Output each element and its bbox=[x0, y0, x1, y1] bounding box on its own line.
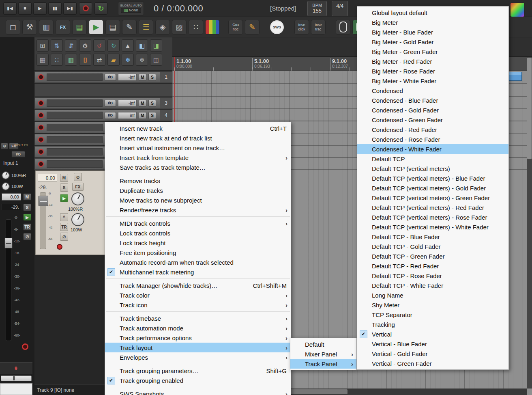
menu-item-default-tcp-vertical-meters-rose-fader[interactable]: Default TCP (vertical meters) - Rose Fad… bbox=[357, 212, 508, 222]
menu-item-condensed-white-fader[interactable]: Condensed - White Fader bbox=[357, 144, 508, 154]
menu-item-lock-track-controls[interactable]: Lock track controls bbox=[105, 228, 291, 238]
lasso-red-icon[interactable]: ↺ bbox=[93, 39, 105, 52]
volume-fader-handle[interactable] bbox=[39, 196, 48, 206]
menu-item-insert-track-from-template[interactable]: Insert track from template› bbox=[105, 153, 291, 162]
insert-up-icon[interactable]: ⇅ bbox=[51, 39, 63, 52]
menu-item-big-meter-red-fader[interactable]: Big Meter - Red Fader bbox=[357, 56, 508, 66]
track-panel-row[interactable]: I/O-infMS4 bbox=[34, 110, 172, 121]
menu-item-condensed-rose-fader[interactable]: Condensed - Rose Fader bbox=[357, 134, 508, 144]
unfreeze-icon[interactable]: ❄ bbox=[136, 54, 148, 66]
menu-item-insert-virtual-instrument-on-new-track[interactable]: Insert virtual instrument on new track… bbox=[105, 143, 291, 153]
solo-button[interactable]: S bbox=[148, 112, 156, 119]
volume-readout[interactable]: -inf bbox=[118, 74, 137, 81]
volume-fader[interactable] bbox=[40, 192, 46, 249]
menu-item-midi-track-controls[interactable]: MIDI track controls› bbox=[105, 218, 291, 228]
menu-item-sws-snapshots[interactable]: SWS Snapshots› bbox=[105, 389, 291, 395]
menu-item-free-item-positioning[interactable]: Free item positioning bbox=[105, 248, 291, 257]
width-knob[interactable] bbox=[2, 182, 10, 190]
volume-fader-handle[interactable] bbox=[4, 238, 13, 248]
panel-green-icon[interactable]: ◨ bbox=[150, 39, 162, 52]
track-panel-row[interactable]: I/O-infMS3 bbox=[34, 97, 172, 109]
menu-item-track-layout[interactable]: Track layout› bbox=[105, 343, 291, 352]
track-name-field[interactable] bbox=[47, 160, 103, 168]
repeat-button[interactable]: ↻ bbox=[94, 2, 107, 15]
io-button[interactable]: I/O bbox=[11, 151, 25, 158]
stop-button[interactable]: ■ bbox=[18, 2, 32, 15]
input-power-button[interactable]: ⊙ bbox=[1, 143, 8, 149]
time-signature-control[interactable]: 4/4 bbox=[332, 1, 348, 16]
add-track-icon[interactable]: ⊞ bbox=[36, 39, 49, 52]
pan-slider[interactable] bbox=[1, 376, 32, 381]
io-button[interactable]: I/O bbox=[105, 112, 116, 119]
menu-item-default-tcp-gold-fader[interactable]: Default TCP - Gold Fader bbox=[357, 242, 508, 251]
pan-knob[interactable] bbox=[2, 171, 10, 179]
menu-item-long-name[interactable]: Long Name bbox=[357, 290, 508, 300]
loop-points-icon[interactable]: [] bbox=[79, 54, 91, 66]
record-arm-button[interactable] bbox=[38, 149, 44, 155]
menu-item-insert-new-track-at-end-of-track-list[interactable]: Insert new track at end of track list bbox=[105, 133, 291, 143]
mute-button[interactable]: M bbox=[139, 74, 146, 81]
color-grid-icon[interactable] bbox=[510, 2, 525, 17]
track-name-field[interactable] bbox=[47, 112, 103, 119]
record-arm-button[interactable] bbox=[38, 100, 44, 106]
menu-item-default-tcp-vertical-meters-green-fader[interactable]: Default TCP (vertical meters) - Green Fa… bbox=[357, 193, 508, 203]
menu-item-default-tcp-vertical-meters-white-fader[interactable]: Default TCP (vertical meters) - White Fa… bbox=[357, 222, 508, 232]
io-button[interactable]: I/O bbox=[105, 74, 116, 81]
soz-pos-button[interactable]: Созпос bbox=[228, 20, 243, 35]
width-knob[interactable] bbox=[71, 213, 84, 226]
monitor-input-button[interactable]: ▶ bbox=[60, 194, 68, 202]
trash-icon[interactable]: ▥ bbox=[39, 20, 54, 35]
volume-fader[interactable] bbox=[6, 219, 11, 341]
track-panel-row[interactable]: I/O-infMS1 bbox=[34, 71, 172, 83]
piano-roll-icon[interactable]: ▥ bbox=[65, 54, 77, 66]
menu-item-track-performance-options[interactable]: Track performance options› bbox=[105, 333, 291, 343]
menu-item-save-tracks-as-track-template[interactable]: Save tracks as track template… bbox=[105, 162, 291, 172]
mute-button[interactable]: M bbox=[139, 100, 146, 107]
grid-icon[interactable]: ▦ bbox=[36, 54, 49, 66]
menu-item-track-grouping-enabled[interactable]: ✔Track grouping enabled bbox=[105, 376, 291, 385]
menu-item-lock-track-height[interactable]: Lock track height bbox=[105, 238, 291, 248]
document-icon[interactable]: ▤ bbox=[105, 20, 120, 35]
lasso-teal-icon[interactable]: ↻ bbox=[107, 39, 120, 52]
menu-item-tcp-separator[interactable]: TCP Separator bbox=[357, 310, 508, 319]
folder-icon[interactable]: ▰ bbox=[107, 54, 120, 66]
record-arm-button[interactable] bbox=[38, 112, 44, 118]
hammer-icon[interactable]: ⚒ bbox=[22, 20, 37, 35]
pencil-item-icon[interactable]: ✎ bbox=[122, 20, 137, 35]
track-name-field[interactable] bbox=[47, 136, 103, 143]
menu-item-multichannel-track-metering[interactable]: ✔Multichannel track metering bbox=[105, 267, 291, 277]
pan-readout[interactable]: -29. bbox=[39, 185, 47, 190]
menu-item-default-tcp-red-fader[interactable]: Default TCP - Red Fader bbox=[357, 261, 508, 271]
record-arm-button[interactable] bbox=[38, 161, 44, 167]
menu-item-track-manager-show-hide-tracks[interactable]: Track Manager (show/hide tracks)…Ctrl+Sh… bbox=[105, 281, 291, 290]
panels-icon[interactable]: ◫ bbox=[150, 54, 162, 66]
menu-item-envelopes[interactable]: Envelopes› bbox=[105, 352, 291, 362]
menu-item-automatic-record-arm-when-track-selected[interactable]: Automatic record-arm when track selected bbox=[105, 257, 291, 267]
menu-item-big-meter-white-fader[interactable]: Big Meter - White Fader bbox=[357, 76, 508, 86]
go-to-end-button[interactable]: ▶▮ bbox=[63, 2, 77, 15]
menu-item-big-meter-rose-fader[interactable]: Big Meter - Rose Fader bbox=[357, 66, 508, 76]
track-routing-button[interactable]: TR bbox=[23, 223, 31, 231]
menu-item-remove-tracks[interactable]: Remove tracks bbox=[105, 176, 291, 186]
menu-item-default-tcp-vertical-meters[interactable]: Default TCP (vertical meters) bbox=[357, 164, 508, 173]
insert-down-icon[interactable]: ⇵ bbox=[65, 39, 77, 52]
solo-button[interactable]: S bbox=[23, 204, 31, 211]
menu-item-default-tcp[interactable]: Default TCP bbox=[357, 154, 508, 164]
solo-button[interactable]: S bbox=[148, 74, 156, 81]
color-bars-icon[interactable] bbox=[205, 20, 220, 35]
routing-nodes-icon[interactable]: ∷ bbox=[189, 20, 203, 35]
menu-item-condensed[interactable]: Condensed bbox=[357, 86, 508, 95]
menu-item-track-color[interactable]: Track color› bbox=[105, 290, 291, 300]
menu-item-condensed-blue-fader[interactable]: Condensed - Blue Fader bbox=[357, 95, 508, 105]
envelope-package-icon[interactable]: ◈ bbox=[155, 20, 170, 35]
solo-button[interactable]: S bbox=[148, 100, 156, 107]
record-arm-button[interactable] bbox=[22, 343, 28, 350]
mute-button[interactable]: M bbox=[139, 112, 146, 119]
eq-sliders-icon[interactable]: ☰ bbox=[139, 20, 153, 35]
menu-item-big-meter-gold-fader[interactable]: Big Meter - Gold Fader bbox=[357, 37, 508, 47]
menu-item-vertical[interactable]: ✔Vertical bbox=[357, 329, 508, 339]
track-name-field[interactable] bbox=[47, 73, 103, 81]
menu-item-condensed-green-fader[interactable]: Condensed - Green Fader bbox=[357, 115, 508, 125]
menu-item-insert-new-track[interactable]: Insert new trackCtrl+T bbox=[105, 123, 291, 133]
menu-item-default-tcp-rose-fader[interactable]: Default TCP - Rose Fader bbox=[357, 271, 508, 281]
